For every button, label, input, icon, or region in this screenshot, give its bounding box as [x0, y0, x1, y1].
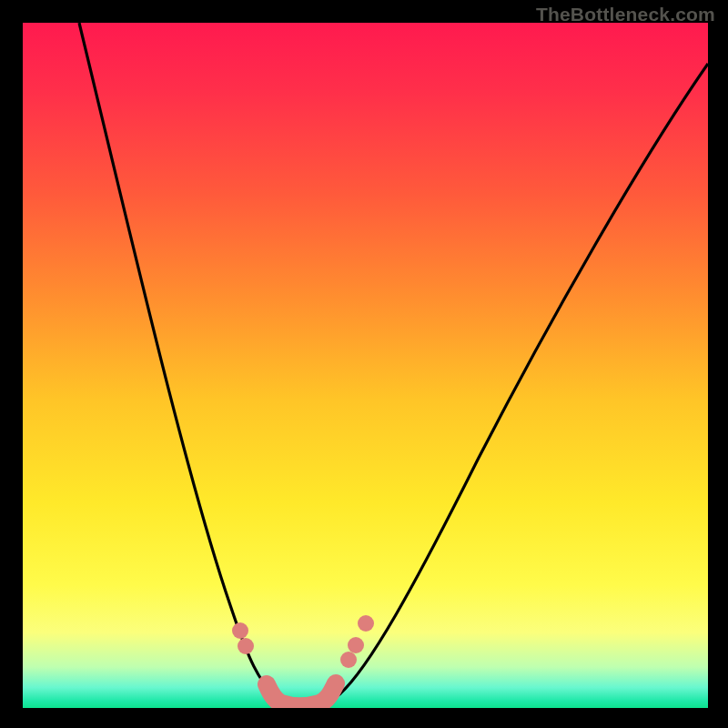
svg-point-0: [232, 622, 248, 639]
bottleneck-curve: [23, 23, 708, 708]
svg-point-1: [238, 638, 254, 654]
svg-point-4: [358, 615, 374, 632]
chart-plot-area: [23, 23, 708, 708]
bottleneck-data-markers: [23, 23, 708, 708]
svg-point-3: [348, 637, 364, 653]
svg-point-2: [340, 652, 357, 668]
